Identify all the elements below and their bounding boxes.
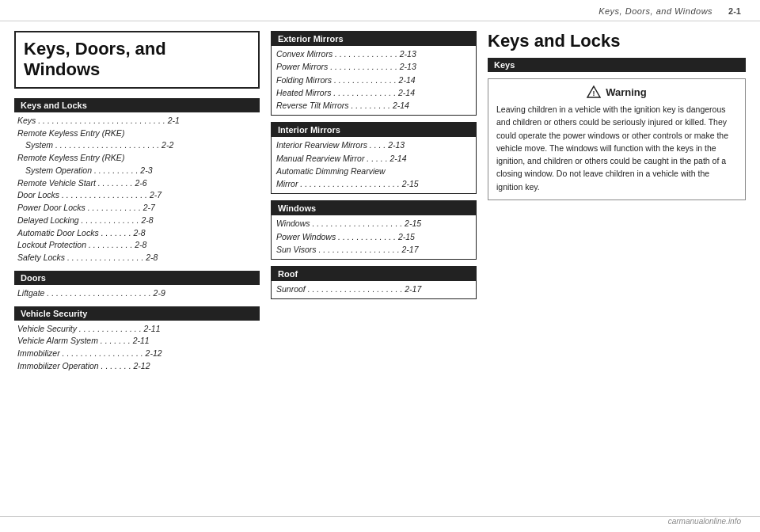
right-column-title: Keys and Locks <box>488 31 746 51</box>
list-item: Keys . . . . . . . . . . . . . . . . . .… <box>17 115 256 127</box>
footer: carmanualonline.info <box>0 516 760 526</box>
list-item: Remote Keyless Entry (RKE) <box>17 127 256 140</box>
windows-header: Windows <box>272 201 476 215</box>
list-item: Delayed Locking . . . . . . . . . . . . … <box>17 215 256 227</box>
interior-mirrors-header: Interior Mirrors <box>272 123 476 137</box>
list-item: Door Locks . . . . . . . . . . . . . . .… <box>17 189 256 202</box>
list-item: Mirror . . . . . . . . . . . . . . . . .… <box>276 177 471 190</box>
list-item: Lockout Protection . . . . . . . . . . 2… <box>17 239 256 252</box>
main-content: Keys, Doors, and Windows Keys and Locks … <box>0 21 760 522</box>
list-item: Power Mirrors . . . . . . . . . . . . . … <box>276 60 471 73</box>
list-item: Immobilizer . . . . . . . . . . . . . . … <box>17 348 256 360</box>
list-item: Reverse Tilt Mirrors . . . . . . . . . 2… <box>276 99 471 112</box>
list-item: Remote Vehicle Start . . . . . . . . 2-6 <box>17 177 256 190</box>
book-title: Keys, Doors, and Windows <box>24 39 250 81</box>
list-item: Automatic Door Locks . . . . . . . 2-8 <box>17 227 256 240</box>
svg-text:!: ! <box>593 89 595 97</box>
exterior-mirrors-header: Exterior Mirrors <box>272 32 476 46</box>
list-item: Liftgate . . . . . . . . . . . . . . . .… <box>17 287 256 300</box>
windows-section: Windows Windows . . . . . . . . . . . . … <box>271 200 477 260</box>
keys-and-locks-header: Keys and Locks <box>14 98 260 112</box>
list-item: Interior Rearview Mirrors . . . . 2-13 <box>276 139 471 151</box>
roof-header: Roof <box>272 267 476 281</box>
doors-list: Liftgate . . . . . . . . . . . . . . . .… <box>14 287 260 300</box>
list-item: Automatic Dimming Rearview <box>276 165 471 177</box>
book-title-box: Keys, Doors, and Windows <box>14 31 260 89</box>
warning-box: ! Warning Leaving children in a vehicle … <box>488 78 746 200</box>
warning-text: Leaving children in a vehicle with the i… <box>496 103 737 193</box>
list-item: Remote Keyless Entry (RKE) <box>17 152 256 165</box>
warning-triangle-icon: ! <box>587 86 601 98</box>
warning-title: ! Warning <box>496 86 737 98</box>
list-item: Vehicle Alarm System . . . . . . . 2-11 <box>17 335 256 348</box>
roof-section: Roof Sunroof . . . . . . . . . . . . . .… <box>271 266 477 299</box>
keys-subheader: Keys <box>488 58 746 72</box>
vehicle-security-list: Vehicle Security . . . . . . . . . . . .… <box>14 323 260 373</box>
list-item: Convex Mirrors . . . . . . . . . . . . .… <box>276 48 471 60</box>
exterior-mirrors-section: Exterior Mirrors Convex Mirrors . . . . … <box>271 31 477 116</box>
list-item: Immobilizer Operation . . . . . . . 2-12 <box>17 360 256 373</box>
list-item: Folding Mirrors . . . . . . . . . . . . … <box>276 74 471 86</box>
exterior-mirrors-list: Convex Mirrors . . . . . . . . . . . . .… <box>276 48 471 112</box>
page-header: Keys, Doors, and Windows 2-1 <box>0 0 760 21</box>
interior-mirrors-list: Interior Rearview Mirrors . . . . 2-13 M… <box>276 139 471 190</box>
list-item: Heated Mirrors . . . . . . . . . . . . .… <box>276 86 471 99</box>
middle-column: Exterior Mirrors Convex Mirrors . . . . … <box>271 31 477 514</box>
page-number: 2-1 <box>728 6 741 16</box>
right-column: Keys and Locks Keys ! Warning Leaving ch… <box>488 31 746 514</box>
list-item: Manual Rearview Mirror . . . . . 2-14 <box>276 152 471 165</box>
list-item: Power Windows . . . . . . . . . . . . . … <box>276 230 471 243</box>
list-item: System Operation . . . . . . . . . . 2-3 <box>17 165 256 177</box>
doors-header: Doors <box>14 271 260 285</box>
left-column: Keys, Doors, and Windows Keys and Locks … <box>14 31 260 514</box>
vehicle-security-header: Vehicle Security <box>14 306 260 321</box>
list-item: Sun Visors . . . . . . . . . . . . . . .… <box>276 243 471 256</box>
list-item: Sunroof . . . . . . . . . . . . . . . . … <box>276 283 471 295</box>
list-item: Safety Locks . . . . . . . . . . . . . .… <box>17 252 256 264</box>
list-item: Power Door Locks . . . . . . . . . . . .… <box>17 202 256 215</box>
list-item: System . . . . . . . . . . . . . . . . .… <box>17 139 256 152</box>
windows-list: Windows . . . . . . . . . . . . . . . . … <box>276 217 471 256</box>
footer-logo: carmanualonline.info <box>668 517 741 526</box>
header-title: Keys, Doors, and Windows <box>598 6 712 16</box>
list-item: Windows . . . . . . . . . . . . . . . . … <box>276 217 471 230</box>
roof-list: Sunroof . . . . . . . . . . . . . . . . … <box>276 283 471 295</box>
list-item: Vehicle Security . . . . . . . . . . . .… <box>17 323 256 336</box>
interior-mirrors-section: Interior Mirrors Interior Rearview Mirro… <box>271 122 477 194</box>
keys-and-locks-list: Keys . . . . . . . . . . . . . . . . . .… <box>14 115 260 264</box>
